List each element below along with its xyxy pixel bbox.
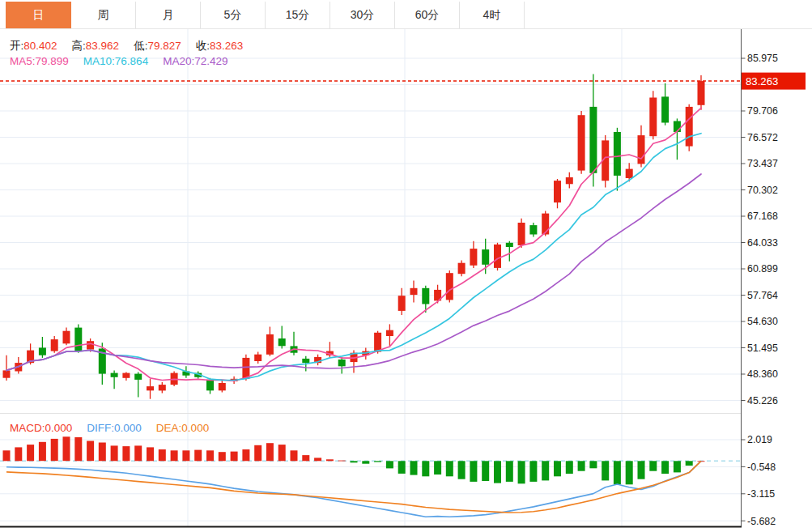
price-tick-label: 67.168 xyxy=(747,211,778,222)
price-tick-label: 73.437 xyxy=(747,158,778,169)
macd-bar xyxy=(147,447,154,461)
candle xyxy=(3,370,11,377)
macd-bar xyxy=(3,450,11,461)
price-tick-label: 64.033 xyxy=(747,237,778,249)
ma5-label: MA5: xyxy=(10,55,36,67)
macd-bar xyxy=(39,442,46,461)
macd-bar xyxy=(27,445,34,461)
macd-bar xyxy=(470,461,477,482)
macd-bar xyxy=(362,461,369,463)
candle xyxy=(87,341,94,349)
candle xyxy=(698,81,705,105)
macd-bar xyxy=(338,461,346,462)
candle xyxy=(566,177,573,184)
macd-bar xyxy=(242,449,249,461)
macd-bar xyxy=(554,461,561,476)
svg-text:83.263: 83.263 xyxy=(746,75,778,87)
macd-bar xyxy=(398,461,406,474)
open-label: 开: xyxy=(10,40,23,52)
ma-readout: MA5:79.899MA10:76.864MA20:72.429 xyxy=(10,55,242,67)
dea-value: 0.000 xyxy=(181,422,209,434)
diff-value: 0.000 xyxy=(114,422,142,434)
macd-bar xyxy=(87,441,94,462)
macd-bar xyxy=(566,461,573,474)
candle xyxy=(398,296,406,311)
candle xyxy=(649,98,657,137)
macd-bar xyxy=(194,450,202,462)
macd-bar xyxy=(291,450,298,461)
macd-readout: MACD:0.000DIFF:0.000DEA:0.000 xyxy=(10,422,223,434)
macd-bar xyxy=(63,436,70,461)
candle xyxy=(147,386,154,390)
macd-bar xyxy=(206,450,214,461)
macd-bar xyxy=(422,461,429,476)
candle xyxy=(626,169,633,178)
macd-tick-label: -5.682 xyxy=(747,516,776,527)
period-tab-5[interactable]: 15分 xyxy=(266,2,330,28)
macd-bar xyxy=(231,452,238,462)
macd-bar xyxy=(219,452,226,461)
dea-label: DEA: xyxy=(156,422,182,434)
period-tab-3[interactable]: 月 xyxy=(136,2,201,28)
candle xyxy=(470,249,477,266)
candle xyxy=(578,115,585,170)
candle xyxy=(111,373,118,377)
candle xyxy=(134,374,142,380)
macd-bar xyxy=(374,461,381,462)
candle xyxy=(386,330,393,336)
macd-bar xyxy=(661,461,669,474)
macd-bar xyxy=(506,461,513,482)
ma20-value: 72.429 xyxy=(194,55,227,67)
macd-tick-label: -0.548 xyxy=(747,462,776,473)
period-tab-1[interactable]: 日 xyxy=(6,2,71,28)
low-label: 低: xyxy=(134,40,147,52)
candle xyxy=(506,243,513,247)
macd-label: MACD: xyxy=(10,422,45,434)
macd-bar xyxy=(458,461,466,479)
candle xyxy=(338,360,346,366)
candle xyxy=(278,338,286,346)
bottom-axis-line xyxy=(0,526,742,528)
ma10-value: 76.864 xyxy=(115,55,148,67)
candle xyxy=(529,225,537,234)
macd-bar xyxy=(626,461,633,484)
macd-bar xyxy=(494,461,501,483)
candle xyxy=(74,328,82,351)
price-tick-label: 76.572 xyxy=(747,132,778,143)
price-tick-label: 79.706 xyxy=(747,105,778,117)
price-tick-label: 51.495 xyxy=(747,343,778,354)
macd-bar xyxy=(351,461,358,462)
low-value: 79.827 xyxy=(147,40,181,52)
macd-bar xyxy=(386,461,393,468)
diff-line xyxy=(6,461,701,517)
macd-bar xyxy=(649,461,657,470)
period-tabbar: 日周月5分15分30分60分4时 xyxy=(6,2,525,28)
macd-bar xyxy=(529,461,537,482)
period-tab-2[interactable]: 周 xyxy=(71,2,136,28)
price-tick-label: 57.764 xyxy=(747,290,778,301)
candle xyxy=(159,385,166,390)
high-label: 高: xyxy=(72,40,86,52)
period-tab-6[interactable]: 30分 xyxy=(330,2,395,28)
high-value: 83.962 xyxy=(86,40,119,52)
period-tab-8[interactable]: 4时 xyxy=(460,2,525,28)
candle xyxy=(638,135,645,164)
macd-bar xyxy=(578,461,585,470)
diff-label: DIFF: xyxy=(87,422,114,434)
candle xyxy=(63,331,70,344)
ma10-label: MA10: xyxy=(83,55,115,67)
macd-bar xyxy=(482,461,489,481)
chart-canvas[interactable]: 85.97579.70676.57273.43770.30267.16864.0… xyxy=(0,0,812,532)
macd-tick-label: 2.019 xyxy=(747,434,772,445)
macd-bar xyxy=(686,461,693,466)
kline-widget: 日周月5分15分30分60分4时 85.97579.70676.57273.43… xyxy=(0,0,812,532)
candle xyxy=(614,132,621,176)
candle xyxy=(554,181,561,202)
period-tab-7[interactable]: 60分 xyxy=(395,2,460,28)
macd-bar xyxy=(302,455,309,461)
candle xyxy=(589,107,597,173)
macd-bar xyxy=(542,461,549,480)
candle xyxy=(482,249,489,265)
period-tab-4[interactable]: 5分 xyxy=(201,2,266,28)
macd-bar xyxy=(254,445,261,462)
